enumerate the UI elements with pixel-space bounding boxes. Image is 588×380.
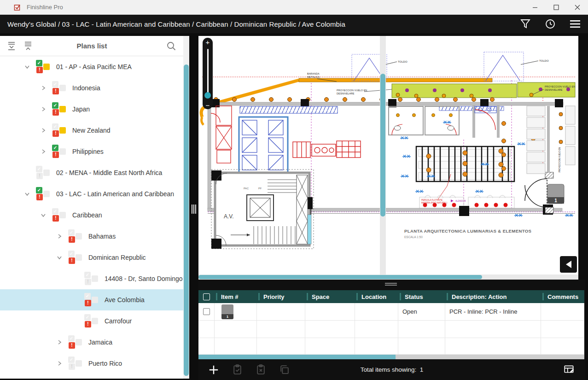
status-badges: ✓! (84, 272, 98, 286)
svg-text:METALICA: METALICA (307, 76, 320, 78)
column-header-location[interactable]: Location (355, 290, 398, 303)
panel-resize-grip[interactable] (385, 283, 397, 286)
tree-item-japan[interactable]: ✓!Japan (0, 99, 184, 120)
table-cell (445, 338, 541, 355)
zoom-in-button[interactable]: + (203, 38, 213, 46)
column-header-priority[interactable]: Priority (257, 290, 305, 303)
row-checkbox[interactable] (198, 303, 215, 321)
plan-horizontal-scrollbar-thumb[interactable] (198, 275, 482, 279)
column-header-space[interactable]: Space (305, 290, 355, 303)
alert-badge-icon: ! (69, 236, 75, 243)
chevron-right-icon[interactable] (38, 125, 48, 135)
table-horizontal-scrollbar-thumb[interactable] (198, 355, 396, 359)
table-cell (305, 338, 355, 355)
tree-item-caribbean[interactable]: ✓!Caribbean (0, 205, 184, 226)
tree-item-new-zealand[interactable]: ✓!New Zealand (0, 120, 184, 141)
tree-item-jamaica[interactable]: ✓!Jamaica (0, 332, 184, 353)
check-badge-icon: ✓ (52, 81, 58, 88)
check-badge-icon: ✓ (36, 187, 42, 193)
svg-text:PAC: PAC (244, 187, 249, 190)
chevron-down-icon[interactable] (22, 62, 32, 72)
plan-badge-icon (92, 275, 98, 282)
table-cell (541, 303, 584, 321)
sidebar-scrollbar-thumb[interactable] (184, 64, 189, 376)
chevron-right-icon[interactable] (54, 337, 64, 347)
chevron-right-icon[interactable] (38, 104, 48, 114)
tree-item-carrofour[interactable]: ✓!Carrofour (0, 310, 184, 332)
close-button[interactable] (567, 0, 588, 14)
maximize-button[interactable] (546, 0, 567, 14)
table-horizontal-scrollbar[interactable] (198, 355, 584, 359)
tree-item-01-ap-asia-pacific-mea[interactable]: ✓!01 - AP - Asia Pacific MEA (0, 56, 184, 77)
tree-item-puerto-rico[interactable]: ✓!Puerto Rico (0, 353, 184, 374)
description-cell: PCR - Inline: PCR - Inline (445, 303, 541, 321)
plan-item-marker[interactable]: 1 (547, 184, 564, 204)
edit-columns-button[interactable] (561, 362, 577, 377)
table-cell (257, 338, 305, 355)
svg-text:A.V.: A.V. (224, 213, 234, 220)
column-header-comments[interactable]: Comments (541, 290, 584, 303)
collapse-panel-button[interactable] (560, 256, 577, 273)
plan-badge-icon (43, 64, 50, 70)
plan-vertical-scrollbar[interactable] (380, 36, 386, 275)
zoom-slider-thumb[interactable] (204, 92, 211, 99)
tree-item-02-mena-middle-east-north-africa[interactable]: ✓!02 - MENA - Middle East North Africa (0, 162, 184, 183)
divider-grip-icon[interactable] (191, 205, 197, 214)
tree-item-dominican-republic[interactable]: ✓!Dominican Republic (0, 247, 184, 268)
floor-plan-drawing: PROYECCION VUELO EN DESNIVELARE PROYECCI… (198, 36, 578, 275)
plan-canvas[interactable]: PROYECCION VUELO EN DESNIVELARE PROYECCI… (198, 36, 578, 275)
minimize-button[interactable] (524, 0, 546, 14)
check-badge-icon: ✓ (68, 357, 75, 363)
tree-item-03-lac-latin-american-and-caribbean[interactable]: ✓!03 - LAC - Latin American and Caribbea… (0, 183, 184, 205)
plan-vertical-scrollbar-thumb[interactable] (380, 74, 385, 216)
status-badges: ✓! (68, 251, 82, 264)
table-row[interactable]: 1OpenPCR - Inline: PCR - Inline (198, 303, 584, 321)
chevron-right-icon[interactable] (38, 146, 48, 157)
svg-text:PROYECCION VUELO EN: PROYECCION VUELO EN (545, 85, 575, 88)
tree-item-14408-dr-santo-domingo-a[interactable]: ✓!14408 - Dr, Santo Domingo - A (0, 268, 184, 289)
chevron-down-icon[interactable] (38, 210, 48, 220)
tree-item-label: Caribbean (72, 211, 102, 219)
tree-item-bahamas[interactable]: ✓!Bahamas (0, 226, 184, 247)
alert-badge-icon: ! (85, 300, 91, 306)
items-panel: Item #PrioritySpaceLocationStatusDescrip… (198, 280, 585, 380)
chevron-down-icon[interactable] (54, 252, 64, 263)
tree-item-ave-colombia[interactable]: ✓!Ave Colombia (0, 289, 184, 310)
select-all-checkbox[interactable] (198, 290, 215, 303)
alert-badge-icon: ! (36, 173, 43, 179)
history-button[interactable] (544, 18, 557, 30)
expand-all-icon[interactable] (6, 40, 17, 52)
tree-item-philippines[interactable]: ✓!Philippines (0, 141, 184, 162)
zoom-slider-track[interactable] (207, 49, 209, 98)
tree-item-label: Jamaica (88, 339, 112, 346)
svg-text:TOLDO: TOLDO (539, 59, 549, 62)
collapse-all-icon[interactable] (22, 40, 34, 52)
chevron-right-icon[interactable] (54, 231, 64, 241)
svg-text:BARANDA: BARANDA (307, 72, 320, 75)
plan-badge-icon (92, 297, 98, 303)
plan-horizontal-scrollbar[interactable] (198, 275, 578, 280)
chevron-right-icon[interactable] (38, 83, 48, 93)
column-header-description-action[interactable]: Description: Action (445, 290, 541, 303)
zoom-out-button[interactable]: − (203, 101, 213, 109)
sidebar-scrollbar[interactable] (183, 36, 189, 379)
plan-badge-icon (43, 191, 50, 197)
column-header-item[interactable]: Item # (215, 290, 257, 303)
status-badges: ✓! (36, 187, 50, 201)
tree-item-indonesia[interactable]: ✓!Indonesia (0, 77, 184, 99)
plan-badge-icon (59, 106, 66, 112)
chevron-right-icon[interactable] (54, 358, 64, 368)
search-icon[interactable] (165, 40, 177, 52)
item-thumbnail[interactable]: 1 (221, 304, 233, 319)
tree-item-label: Indonesia (72, 84, 100, 92)
alert-badge-icon: ! (69, 363, 75, 370)
chevron-down-icon[interactable] (22, 189, 32, 199)
panel-divider[interactable] (189, 33, 198, 380)
filter-button[interactable] (519, 18, 532, 30)
menu-button[interactable] (569, 18, 582, 30)
tree-spacer (22, 168, 32, 178)
column-header-status[interactable]: Status (398, 290, 445, 303)
status-badges: ✓! (52, 145, 66, 158)
alert-badge-icon: ! (69, 342, 75, 349)
svg-text:TOLDO: TOLDO (398, 60, 408, 63)
